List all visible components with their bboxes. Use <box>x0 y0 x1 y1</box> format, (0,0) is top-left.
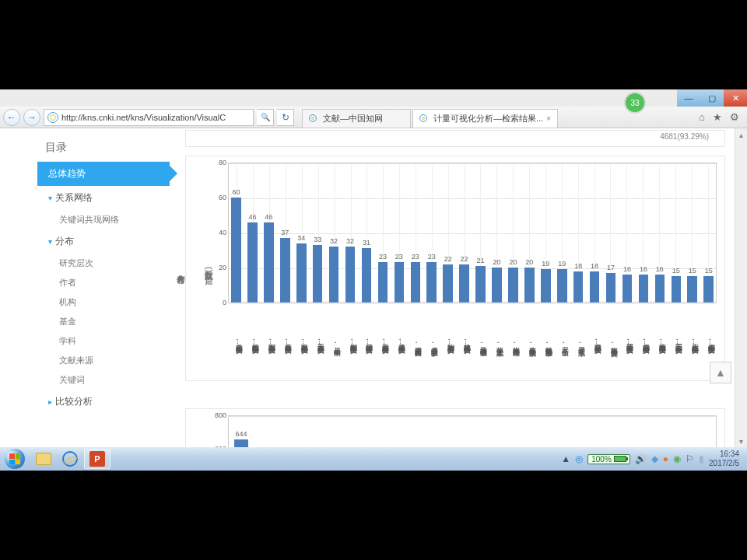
favorites-icon[interactable]: ★ <box>713 111 722 123</box>
ie-icon <box>47 112 58 123</box>
volume-icon[interactable]: 🔊 <box>635 453 647 464</box>
summary-value: 4681(93.29%) <box>660 132 709 141</box>
taskbar-clock[interactable]: 16:34 2017/2/5 <box>709 450 739 468</box>
taskbar-explorer[interactable] <box>31 449 56 469</box>
vertical-scrollbar[interactable]: ▴ ▾ <box>735 128 747 447</box>
windows-taskbar: P ▲ ◎ 100% 🔊 ◆ ● ◉ ⚐ ▮ 16:34 2017/2/5 <box>0 447 747 471</box>
toc-sidebar: 目录 总体趋势 ▾关系网络 关键词共现网络 ▾分布 研究层次 作者 机构 基金 … <box>37 135 170 414</box>
home-icon[interactable]: ⌂ <box>699 111 705 123</box>
sidebar-sub-research-level[interactable]: 研究层次 <box>37 254 170 273</box>
gear-icon[interactable]: ⚙ <box>730 111 739 123</box>
chevron-down-icon: ▾ <box>48 237 52 246</box>
search-button[interactable]: 🔍 <box>257 109 274 126</box>
tray-icon-1[interactable]: ◆ <box>651 453 658 464</box>
y-ticks: 020406080 <box>214 163 226 303</box>
letterbox-top <box>0 0 747 89</box>
panel-summary-stub: 4681(93.29%) <box>185 130 725 147</box>
sidebar-sub-keyword-cooccur[interactable]: 关键词共现网络 <box>37 210 170 229</box>
chart-bars: 6046463734333232312323232322222120202019… <box>228 163 717 303</box>
ie-icon <box>62 451 78 467</box>
battery-icon <box>614 456 626 462</box>
toc-title: 目录 <box>37 135 170 162</box>
panel-author-distribution: 作者分布 文献数 (篇) 020406080 60464637343332323… <box>185 156 725 381</box>
update-badge[interactable]: 33 <box>624 92 646 114</box>
page-viewport: 目录 总体趋势 ▾关系网络 关键词共现网络 ▾分布 研究层次 作者 机构 基金 … <box>0 128 747 447</box>
tab-strip: 文献—中国知网 计量可视化分析—检索结果... × <box>302 107 559 128</box>
address-bar[interactable]: http://kns.cnki.net/kns/Visualization/Vi… <box>44 109 254 126</box>
network-icon[interactable]: ▮ <box>699 453 704 464</box>
tab-label: 计量可视化分析—检索结果... <box>433 113 543 124</box>
chart-bars: 644 <box>228 415 717 447</box>
chevron-down-icon: ▾ <box>48 194 52 202</box>
scroll-down-icon[interactable]: ▾ <box>735 435 747 447</box>
back-button[interactable]: ← <box>3 109 20 126</box>
clock-time: 16:34 <box>709 450 739 459</box>
url-text: http://kns.cnki.net/kns/Visualization/Vi… <box>61 113 226 122</box>
tab-label: 文献—中国知网 <box>323 113 383 124</box>
forward-button[interactable]: → <box>23 109 40 126</box>
sidebar-sub-fund[interactable]: 基金 <box>37 312 170 331</box>
tray-icon-2[interactable]: ● <box>663 453 668 464</box>
taskbar-ie[interactable] <box>58 449 82 469</box>
tab-icon <box>419 114 427 122</box>
sidebar-sub-institution[interactable]: 机构 <box>37 292 170 312</box>
scroll-up-icon[interactable]: ▴ <box>735 128 747 141</box>
sidebar-item-overall-trend[interactable]: 总体趋势 <box>37 162 170 186</box>
sidebar-sub-keyword[interactable]: 关键词 <box>37 370 170 390</box>
minimize-button[interactable]: — <box>677 89 700 107</box>
scroll-to-top-button[interactable]: ▲ <box>710 362 731 383</box>
tray-shield-icon[interactable]: ◎ <box>575 453 583 464</box>
toolbar-right: ⌂ ★ ⚙ <box>699 111 744 123</box>
sidebar-item-network[interactable]: ▾关系网络 <box>37 186 170 210</box>
tab-icon <box>309 114 317 122</box>
powerpoint-icon: P <box>89 451 105 467</box>
window-controls: — ▢ ✕ <box>677 89 747 107</box>
tab-visual-analysis[interactable]: 计量可视化分析—检索结果... × <box>412 109 558 128</box>
sidebar-sub-subject[interactable]: 学科 <box>37 331 170 351</box>
sidebar-sub-author[interactable]: 作者 <box>37 273 170 292</box>
refresh-button[interactable]: ↻ <box>277 109 294 126</box>
sidebar-item-distribution[interactable]: ▾分布 <box>37 229 170 254</box>
start-button[interactable] <box>3 449 30 469</box>
system-tray: ▲ ◎ 100% 🔊 ◆ ● ◉ ⚐ ▮ 16:34 2017/2/5 <box>561 450 744 468</box>
panel-institution-distribution: 机构分布 文献数 (篇) 200400600800 644 <box>185 408 725 447</box>
x-categories: 吴宗之,中国安全生产科...刘铁民,中国安全生产科...魏利军,中国安全生产科.… <box>228 304 717 379</box>
y-ticks: 200400600800 <box>211 415 226 447</box>
close-button[interactable]: ✕ <box>724 89 747 107</box>
tray-icon-3[interactable]: ◉ <box>673 453 681 464</box>
sidebar-item-compare[interactable]: ▸比较分析 <box>37 390 170 414</box>
action-center-icon[interactable]: ⚐ <box>686 453 694 464</box>
folder-icon <box>36 453 51 465</box>
clock-date: 2017/2/5 <box>709 459 739 468</box>
chevron-right-icon: ▸ <box>48 397 52 406</box>
tab-close-icon[interactable]: × <box>546 114 551 123</box>
tab-cnki-doc[interactable]: 文献—中国知网 <box>302 109 411 128</box>
letterbox-bottom <box>0 471 747 560</box>
sidebar-sub-source[interactable]: 文献来源 <box>37 351 170 370</box>
battery-indicator[interactable]: 100% <box>587 454 630 464</box>
maximize-button[interactable]: ▢ <box>700 89 724 107</box>
taskbar-powerpoint[interactable]: P <box>84 449 110 469</box>
tray-up-icon[interactable]: ▲ <box>561 453 570 464</box>
battery-text: 100% <box>591 455 612 464</box>
